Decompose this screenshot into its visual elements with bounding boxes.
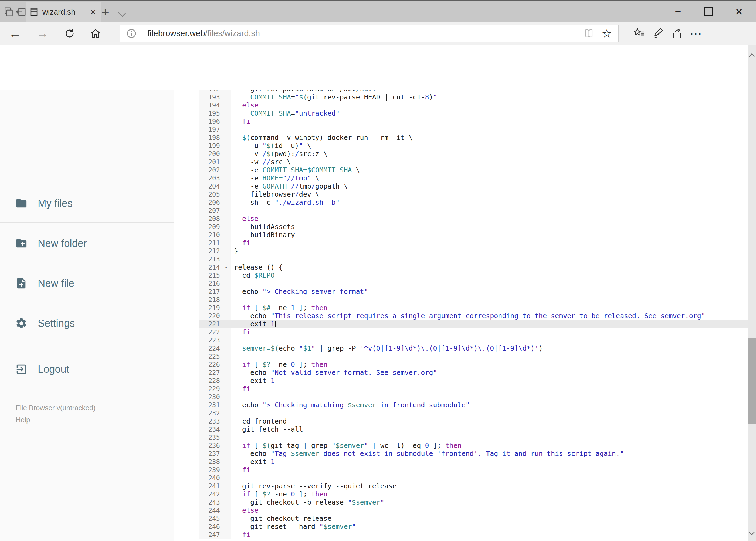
- refresh-button[interactable]: [58, 22, 81, 45]
- code-line[interactable]: 212}: [199, 247, 748, 255]
- url-text[interactable]: filebrowser.web/files/wizard.sh: [147, 29, 583, 38]
- code-line[interactable]: 205 filebrowser/dev \: [199, 191, 748, 199]
- code-line[interactable]: 194 else: [199, 101, 748, 109]
- scrollbar-thumb[interactable]: [748, 337, 756, 424]
- code-line[interactable]: 231 echo "> Checking matching $semver in…: [199, 401, 748, 409]
- browser-tab[interactable]: wizard.sh ×: [26, 2, 101, 22]
- code-line[interactable]: 224 semver=$(echo "$1" | grep -P '^v(0|[…: [199, 344, 748, 352]
- new-tab-button[interactable]: +: [102, 5, 109, 19]
- code-line[interactable]: 234 git fetch --all: [199, 425, 748, 433]
- reading-view-icon[interactable]: [583, 28, 595, 39]
- code-line[interactable]: 230: [199, 393, 748, 401]
- code-line[interactable]: 226 if [ $? -ne 0 ]; then: [199, 360, 748, 369]
- code-line[interactable]: 240: [199, 474, 748, 482]
- window-maximize-button[interactable]: [695, 1, 722, 22]
- code-line[interactable]: 243 git checkout -b release "$semver": [199, 498, 748, 506]
- window-minimize-button[interactable]: −: [664, 1, 691, 22]
- code-line[interactable]: 200 -v /$(pwd):/src:z \: [199, 150, 748, 158]
- home-button[interactable]: [84, 22, 107, 45]
- help-link[interactable]: Help: [16, 416, 30, 424]
- sidebar-item-my-files[interactable]: My files: [0, 193, 174, 214]
- scroll-up-icon[interactable]: [749, 54, 755, 59]
- code-line[interactable]: 217 echo "> Checking semver format": [199, 287, 748, 296]
- url-box[interactable]: filebrowser.web/files/wizard.sh ☆: [120, 25, 619, 42]
- code-line[interactable]: 197: [199, 126, 748, 134]
- scroll-down-icon[interactable]: [749, 529, 755, 535]
- code-line[interactable]: 192 git rev-parse HEAD &> /dev/null: [199, 90, 748, 93]
- code-line[interactable]: 208 else: [199, 215, 748, 223]
- line-number: 217: [199, 287, 231, 296]
- code-line[interactable]: 241 git rev-parse --verify --quiet relea…: [199, 482, 748, 490]
- code-line[interactable]: 195 COMMIT_SHA="untracked": [199, 109, 748, 118]
- code-line[interactable]: 236 if [ $(git tag | grep "$semver" | wc…: [199, 442, 748, 450]
- line-number: 207: [199, 207, 231, 215]
- fold-marker-icon[interactable]: ▾: [225, 264, 227, 271]
- line-number: 202: [199, 166, 231, 174]
- code-line[interactable]: 204 -e GOPATH=//tmp/gopath \: [199, 182, 748, 191]
- app-version-text: File Browser v(untracked): [16, 404, 96, 412]
- tab-list-chevron-icon[interactable]: [118, 9, 126, 17]
- code-line[interactable]: 199 -u "$(id -u)" \: [199, 142, 748, 150]
- site-info-icon[interactable]: [126, 28, 137, 39]
- code-editor[interactable]: 192 git rev-parse HEAD &> /dev/null193 C…: [174, 90, 748, 541]
- code-line[interactable]: 237 echo "Tag $semver does not exist in …: [199, 450, 748, 458]
- favorites-hub-icon[interactable]: [630, 22, 648, 45]
- code-line[interactable]: 219 if [ $# -ne 1 ]; then: [199, 304, 748, 312]
- code-line[interactable]: 214▾release () {: [199, 264, 748, 271]
- code-line[interactable]: 225: [199, 352, 748, 360]
- code-line[interactable]: 247 fi: [199, 531, 748, 539]
- code-line[interactable]: 220 echo "This release script requires a…: [199, 312, 748, 320]
- sidebar-item-logout[interactable]: Logout: [0, 358, 174, 380]
- code-line[interactable]: 193 COMMIT_SHA="$(git rev-parse HEAD | c…: [199, 93, 748, 101]
- code-line[interactable]: 196 fi: [199, 118, 748, 126]
- code-line[interactable]: 198 $(command -v winpty) docker run --rm…: [199, 134, 748, 142]
- tab-preview-icon[interactable]: [3, 6, 14, 17]
- code-line[interactable]: 203 -e HOME="//tmp" \: [199, 174, 748, 182]
- web-note-pen-icon[interactable]: [649, 22, 668, 45]
- code-line[interactable]: 235: [199, 433, 748, 442]
- code-line[interactable]: 227 echo "Not valid semver format. See s…: [199, 369, 748, 377]
- code-line[interactable]: 245 git checkout release: [199, 515, 748, 523]
- share-icon[interactable]: [668, 22, 687, 45]
- code-line[interactable]: 233 cd frontend: [199, 417, 748, 425]
- code-line[interactable]: 228 exit 1: [199, 377, 748, 385]
- code-line[interactable]: 238 exit 1: [199, 458, 748, 466]
- code-line[interactable]: 222 fi: [199, 328, 748, 336]
- code-line[interactable]: 244 else: [199, 506, 748, 515]
- code-line[interactable]: 232: [199, 409, 748, 417]
- favorite-star-icon[interactable]: ☆: [602, 27, 612, 40]
- code-line[interactable]: 221 exit 1: [199, 320, 748, 328]
- vertical-scrollbar[interactable]: [748, 45, 756, 541]
- sidebar-item-new-folder[interactable]: New folder: [0, 233, 174, 254]
- code-line[interactable]: 239 fi: [199, 466, 748, 474]
- code-line[interactable]: 213: [199, 255, 748, 264]
- code-line[interactable]: 229 fi: [199, 385, 748, 393]
- code-line[interactable]: 211 fi: [199, 239, 748, 247]
- app-body: My files New folder New file Sett: [0, 90, 756, 541]
- code-line[interactable]: 206 sh -c "./wizard.sh -b": [199, 199, 748, 207]
- back-button[interactable]: ←: [4, 22, 26, 45]
- window-close-button[interactable]: ×: [725, 1, 752, 22]
- code-line[interactable]: 210 buildBinary: [199, 231, 748, 239]
- code-line[interactable]: 216: [199, 279, 748, 287]
- sidebar-item-new-file[interactable]: New file: [0, 272, 174, 294]
- code-line[interactable]: 207: [199, 207, 748, 215]
- code-line[interactable]: 215 cd $REPO: [199, 271, 748, 279]
- code-line[interactable]: 209 buildAssets: [199, 223, 748, 231]
- settings-more-icon[interactable]: ⋯: [687, 22, 705, 45]
- sidebar-item-settings[interactable]: Settings: [0, 312, 174, 334]
- line-number: 241: [199, 482, 231, 490]
- line-number: 240: [199, 474, 231, 482]
- create-new-folder-icon: [15, 237, 28, 250]
- sidebar-item-label: Settings: [38, 317, 75, 329]
- forward-button[interactable]: →: [31, 22, 54, 45]
- code-line[interactable]: 223: [199, 336, 748, 344]
- code-line[interactable]: 218: [199, 296, 748, 304]
- code-line[interactable]: 246 git reset --hard "$semver": [199, 523, 748, 531]
- code-line[interactable]: 242 if [ $? -ne 0 ]; then: [199, 490, 748, 498]
- code-line[interactable]: 201 -w //src \: [199, 158, 748, 166]
- tabs-set-aside-icon[interactable]: [16, 6, 26, 17]
- code-line[interactable]: 202 -e COMMIT_SHA=$COMMIT_SHA \: [199, 166, 748, 174]
- line-number: 230: [199, 393, 231, 401]
- tab-close-icon[interactable]: ×: [91, 7, 96, 16]
